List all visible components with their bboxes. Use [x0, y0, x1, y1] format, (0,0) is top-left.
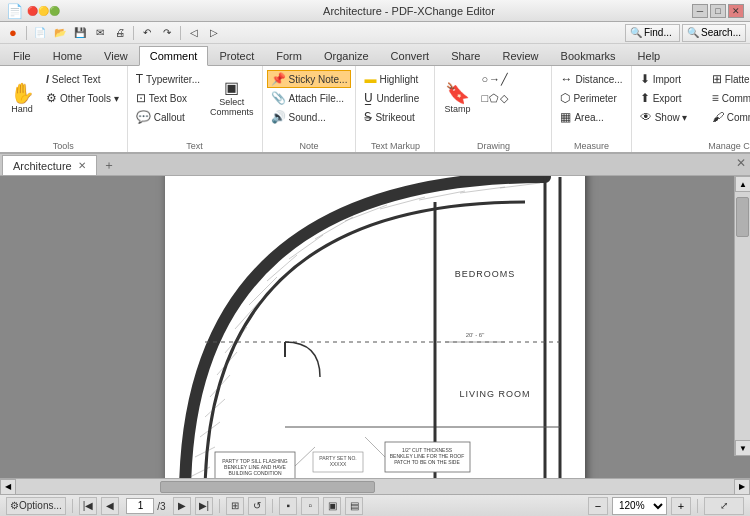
page-input[interactable] [126, 498, 154, 514]
close-button[interactable]: ✕ [728, 4, 744, 18]
ribbon-tabs: File Home View Comment Protect Form Orga… [0, 44, 750, 66]
tab-protect[interactable]: Protect [208, 45, 265, 65]
zoom-fit-button[interactable]: ⤢ [704, 497, 744, 515]
scroll-right-button[interactable]: ▶ [734, 479, 750, 495]
distance-button[interactable]: ↔ Distance... [556, 70, 626, 88]
select-text-button[interactable]: I Select Text [42, 70, 123, 88]
tab-close-icon[interactable]: ✕ [78, 160, 86, 171]
note-group-label: Note [267, 138, 352, 152]
hscroll-track[interactable] [16, 480, 734, 494]
scroll-track[interactable] [735, 192, 750, 440]
drawing-shapes-col: ○ → ╱ □ ⬠ ◇ [477, 70, 547, 107]
strikeout-button[interactable]: S̶ Strikeout [360, 108, 430, 126]
last-page-button[interactable]: ▶| [195, 497, 214, 515]
close-panel-icon[interactable]: ✕ [736, 156, 746, 170]
hscroll-thumb[interactable] [160, 481, 375, 493]
text-group: T Typewriter... ⊡ Text Box 💬 Callout ▣ S… [128, 66, 263, 152]
fit-page-button[interactable]: ⊞ [226, 497, 244, 515]
architecture-tab[interactable]: Architecture ✕ [2, 155, 97, 175]
vertical-scrollbar[interactable]: ▲ ▼ [734, 176, 750, 456]
attach-file-button[interactable]: 📎 Attach File... [267, 89, 352, 107]
cursor-icon: I [46, 74, 49, 85]
sound-icon: 🔊 [271, 110, 286, 124]
tab-form[interactable]: Form [265, 45, 313, 65]
tab-help[interactable]: Help [627, 45, 672, 65]
area-button[interactable]: ▦ Area... [556, 108, 626, 126]
attach-file-icon: 📎 [271, 91, 286, 105]
other-tools-button[interactable]: ⚙ Other Tools ▾ [42, 89, 123, 107]
new-button[interactable]: 📄 [31, 24, 49, 42]
typewriter-button[interactable]: T Typewriter... [132, 70, 204, 88]
redo-button[interactable]: ↷ [158, 24, 176, 42]
undo-button[interactable]: ↶ [138, 24, 156, 42]
comments-list-button[interactable]: ≡ Comments List [708, 89, 750, 107]
view-mode-2-button[interactable]: ▫ [301, 497, 319, 515]
view-mode-1-button[interactable]: ▪ [279, 497, 297, 515]
import-button[interactable]: ⬇ Import [636, 70, 706, 88]
view-mode-4-button[interactable]: ▤ [345, 497, 363, 515]
export-button[interactable]: ⬆ Export [636, 89, 706, 107]
underline-icon: U̲ [364, 91, 373, 105]
sticky-note-button[interactable]: 📌 Sticky Note... [267, 70, 352, 88]
prev-page-button[interactable]: ◀ [101, 497, 119, 515]
scroll-down-button[interactable]: ▼ [735, 440, 750, 456]
flatten-button[interactable]: ⊞ Flatten [708, 70, 750, 88]
view-mode-3-button[interactable]: ▣ [323, 497, 341, 515]
svg-text:BEDROOMS: BEDROOMS [455, 269, 516, 279]
minimize-button[interactable]: ─ [692, 4, 708, 18]
comment-styles-button[interactable]: 🖌 Comment Styles [708, 108, 750, 126]
callout-button[interactable]: 💬 Callout [132, 108, 204, 126]
tab-bookmarks[interactable]: Bookmarks [550, 45, 627, 65]
perimeter-button[interactable]: ⬡ Perimeter [556, 89, 626, 107]
tab-home[interactable]: Home [42, 45, 93, 65]
search-icon: 🔍 [630, 27, 642, 38]
title-bar: 📄 🔴🟡🟢 Architecture - PDF-XChange Editor … [0, 0, 750, 22]
measure-group-content: ↔ Distance... ⬡ Perimeter ▦ Area... [556, 68, 626, 138]
rotate-button[interactable]: ↺ [248, 497, 266, 515]
new-tab-button[interactable]: ＋ [99, 155, 119, 175]
tab-comment[interactable]: Comment [139, 46, 209, 66]
sound-button[interactable]: 🔊 Sound... [267, 108, 352, 126]
nav-fwd-button[interactable]: ▷ [205, 24, 223, 42]
shapes-row1[interactable]: ○ → ╱ [477, 70, 547, 88]
scroll-thumb[interactable] [736, 197, 749, 237]
tab-view[interactable]: View [93, 45, 139, 65]
textbox-button[interactable]: ⊡ Text Box [132, 89, 204, 107]
tab-file[interactable]: File [2, 45, 42, 65]
select-comments-button[interactable]: ▣ SelectComments [206, 70, 258, 128]
scroll-left-button[interactable]: ◀ [0, 479, 16, 495]
open-button[interactable]: 📂 [51, 24, 69, 42]
ribbon: ✋ Hand I Select Text ⚙ Other Tools ▾ Too… [0, 66, 750, 154]
window-controls[interactable]: ─ □ ✕ [692, 4, 744, 18]
comments-list-label: Comments List [722, 93, 750, 104]
find-button[interactable]: 🔍 Find... [625, 24, 680, 42]
tab-review[interactable]: Review [491, 45, 549, 65]
tab-share[interactable]: Share [440, 45, 491, 65]
options-button[interactable]: ⚙ Options... [6, 497, 66, 515]
first-page-button[interactable]: |◀ [79, 497, 98, 515]
zoom-select[interactable]: 50% 75% 100% 120% 150% 200% [612, 497, 667, 515]
pdf-view[interactable]: BEDROOMS LIVING ROOM PARTY TOP SILL FLAS… [0, 176, 750, 478]
tab-organize[interactable]: Organize [313, 45, 380, 65]
show-button[interactable]: 👁 Show ▾ [636, 108, 706, 126]
email-button[interactable]: ✉ [91, 24, 109, 42]
shapes-row2[interactable]: □ ⬠ ◇ [477, 89, 547, 107]
scroll-up-button[interactable]: ▲ [735, 176, 750, 192]
stamp-button[interactable]: 🔖 Stamp [439, 70, 475, 128]
search-button[interactable]: 🔍 Search... [682, 24, 746, 42]
save-button[interactable]: 💾 [71, 24, 89, 42]
tab-convert[interactable]: Convert [380, 45, 441, 65]
app-menu-button[interactable]: ● [4, 24, 22, 42]
hand-button[interactable]: ✋ Hand [4, 70, 40, 128]
text-markup-group-content: ▬ Highlight U̲ Underline S̶ Strikeout [360, 68, 430, 138]
next-page-button[interactable]: ▶ [173, 497, 191, 515]
zoom-out-button[interactable]: − [588, 497, 608, 515]
zoom-in-button[interactable]: + [671, 497, 691, 515]
highlight-button[interactable]: ▬ Highlight [360, 70, 430, 88]
underline-button[interactable]: U̲ Underline [360, 89, 430, 107]
print-button[interactable]: 🖨 [111, 24, 129, 42]
horizontal-scrollbar[interactable]: ◀ ▶ [0, 478, 750, 494]
nav-back-button[interactable]: ◁ [185, 24, 203, 42]
stamp-label: Stamp [444, 105, 470, 115]
maximize-button[interactable]: □ [710, 4, 726, 18]
